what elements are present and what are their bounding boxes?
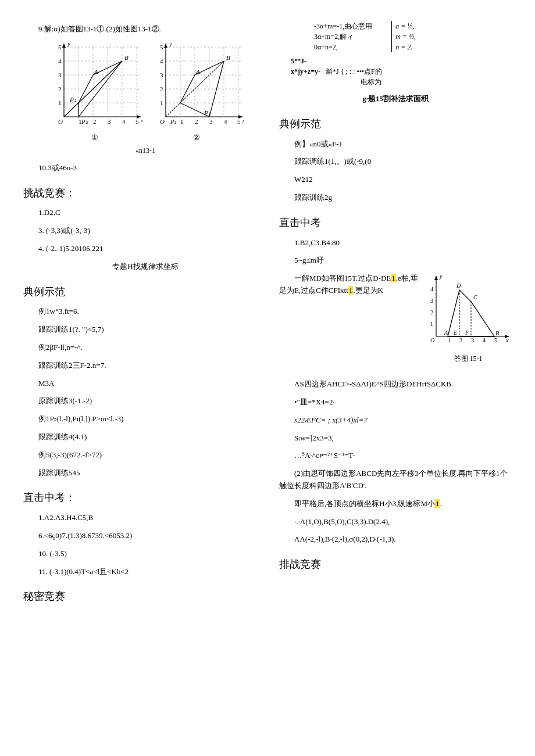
svg-text:2: 2 (93, 118, 97, 125)
svg-text:1: 1 (58, 99, 62, 106)
topic-g: g·题15割补法求面积 (279, 93, 512, 105)
eq1-line1: -3α+m=-1,由心意用 (314, 22, 372, 30)
svg-text:2: 2 (459, 337, 462, 343)
challenge-1: 1.D2.C (23, 207, 268, 219)
z7: S₍w=]2x3=3, (279, 432, 512, 445)
exam-1: 1.A2.Λ3.H4.C5,B (23, 512, 268, 524)
eq2-line2: x*jy+z=y- (291, 67, 320, 76)
svg-text:1: 1 (448, 337, 451, 343)
svg-text:3: 3 (471, 337, 474, 343)
svg-text:1: 1 (160, 99, 163, 106)
grid-diagram-1: O 12 34 5x 12 34 5y A B P₁ P₂ (47, 41, 142, 128)
svg-text:A: A (444, 329, 448, 336)
svg-text:O: O (58, 118, 63, 125)
diagram-row: O 12 34 5x 12 34 5y A B P₁ P₂ (23, 41, 268, 128)
heading-exam-right: 直击中考 (279, 214, 512, 231)
diagram-subcaptions: ① ② (23, 132, 268, 144)
z4: ΛS四边形AHCI>-SΔΛI)E^S四边形DEHrtSΔCKB. (279, 378, 512, 390)
topic-h: 专题H找规律求坐标 (23, 261, 268, 273)
svg-text:y: y (439, 273, 443, 280)
eq1-line3: 0α+n=2, (314, 43, 338, 51)
svg-text:D: D (456, 282, 461, 289)
ex-1: 例1wˣ3.ft=6. (23, 306, 268, 318)
svg-text:2: 2 (195, 118, 198, 125)
heading-secret: 秘密竞赛 (23, 588, 268, 605)
exam-4: 11. (-3.1)(0.4)T<a<l且<Kb<2 (23, 566, 268, 578)
heading-example-right: 典例示范 (279, 116, 512, 132)
svg-text:2: 2 (160, 85, 163, 92)
svg-text:B: B (495, 330, 499, 336)
svg-text:3: 3 (58, 71, 62, 78)
svg-text:3: 3 (108, 118, 111, 125)
d4: 跟踪训练2g (279, 192, 512, 204)
d2: 跟踪调练1(1,。)或(-9,(0 (279, 156, 512, 168)
svg-text:F: F (465, 329, 469, 336)
svg-text:4: 4 (430, 286, 433, 292)
ex-10: 跟踪训练545 (23, 467, 268, 479)
svg-text:B: B (226, 54, 230, 61)
svg-text:4: 4 (224, 118, 227, 125)
z6: s22ᵣEFC= ; x(3+4)xl=7 (279, 414, 512, 427)
z12: ΛΛ(-2,-l),B·(2,-l),σ(0,2),D·(-1,3). (279, 533, 512, 546)
ex-5: M3A (23, 378, 268, 390)
svg-text:5: 5 (237, 118, 241, 125)
svg-text:y: y (67, 41, 70, 47)
z5: •"皿=*X4=2· (279, 396, 512, 409)
svg-text:1: 1 (180, 118, 184, 125)
svg-text:x: x (505, 337, 509, 343)
d3: W212 (279, 174, 512, 186)
eq2-mid: 斛*J { ; : : •••点F的 (326, 67, 382, 76)
svg-text:A: A (195, 68, 200, 75)
svg-text:5: 5 (58, 44, 62, 51)
exam-2: 6.<6ç0)7.(1.3)8.6739.<6053.2) (23, 530, 268, 542)
ex-9: 例5(3,-3)(672.-f>72) (23, 449, 268, 461)
eq1-result: a = ½, m = ½, n = 2. (391, 21, 416, 52)
grid-diagram-2: O P₃ 12 34 5x 12 34 5y A B P₁ (148, 41, 244, 128)
equation-block-2: 5ˣ⁺J- x*jy+z=y- 斛*J { ; : : •••点F的 电标为 (279, 56, 512, 87)
heading-challenge: 挑战竞赛： (23, 185, 268, 202)
ex-4: 跟踪训练2三F-2.n=7. (23, 360, 268, 372)
svg-text:P₃: P₃ (170, 119, 177, 125)
svg-text:A: A (94, 68, 98, 75)
svg-text:3: 3 (430, 298, 433, 304)
right-column: -3α+m=-1,由心意用 3α+m=2,解ィ 0α+n=2, a = ½, m… (279, 17, 512, 611)
highlight-1: 1 (391, 274, 396, 282)
heading-pai: 排战竞赛 (279, 556, 512, 573)
svg-text:2: 2 (430, 309, 433, 316)
figure-15-1: O 12 34 5x 12 34 y A D C B E F (425, 273, 512, 369)
ex-8: 限踪训练4(4.1) (23, 431, 268, 443)
svg-text:P₂: P₂ (81, 118, 88, 125)
figure-15-1-caption: 答图 15-1 (425, 353, 512, 364)
eq2-line1: 5ˣ⁺J- (291, 57, 306, 65)
challenge-3: 3. (-3,3)或(-3,-3) (23, 225, 268, 237)
d1: 例】«n0或«F-1 (279, 138, 512, 151)
eq2-line3: 电标为 (291, 78, 381, 86)
ex-3: 例2βF-ll,n=-^. (23, 342, 268, 354)
exam-3: 10. (-3.5) (23, 548, 268, 560)
problem-9-text: 9.解:α)如答图13-1①.(2)如性图13-1②. (23, 23, 268, 35)
z9: (2)由思可饰四边形ABCD先向左平移3个单位长度.再向下平移1个触位长度科四边… (279, 468, 512, 492)
svg-text:x: x (242, 117, 244, 124)
page-columns: 9.解:α)如答图13-1①.(2)如性图13-1②. O (23, 17, 512, 611)
svg-text:5: 5 (160, 44, 163, 51)
z11: ·.·A(1,O),B(5,O),C(3,3).D(2.4), (279, 516, 512, 528)
svg-marker-50 (164, 44, 167, 48)
left-column: 9.解:α)如答图13-1①.(2)如性图13-1②. O (23, 17, 268, 611)
figure-15-1-block: O 12 34 5x 12 34 y A D C B E F (279, 273, 512, 372)
svg-text:x: x (140, 117, 142, 124)
svg-text:4: 4 (160, 58, 163, 65)
svg-text:y: y (169, 41, 172, 47)
svg-text:5: 5 (135, 118, 139, 125)
heading-example-left: 典例示范 (23, 284, 268, 300)
ex-7: 例1P₂(l.-l),Pι(l.]).P>m<l.-3) (23, 413, 268, 425)
z10: 即平格后,各顶点的横坐标H小3,纵速标M小1. (279, 498, 512, 510)
svg-text:3: 3 (160, 71, 163, 78)
svg-text:4: 4 (58, 58, 62, 65)
svg-text:P₁: P₁ (204, 109, 211, 116)
svg-marker-15 (62, 44, 66, 48)
z8: …⁵Λ·^cᴘ=²⁺S⁺³=T- (279, 450, 512, 462)
item-10: 10.3或46n-3 (23, 162, 268, 174)
challenge-4: 4. (-2.-1)5.20106.221 (23, 243, 268, 255)
eq1-line2: 3α+m=2,解ィ (314, 33, 354, 41)
figure-15-1-svg: O 12 34 5x 12 34 y A D C B E F (425, 273, 512, 348)
